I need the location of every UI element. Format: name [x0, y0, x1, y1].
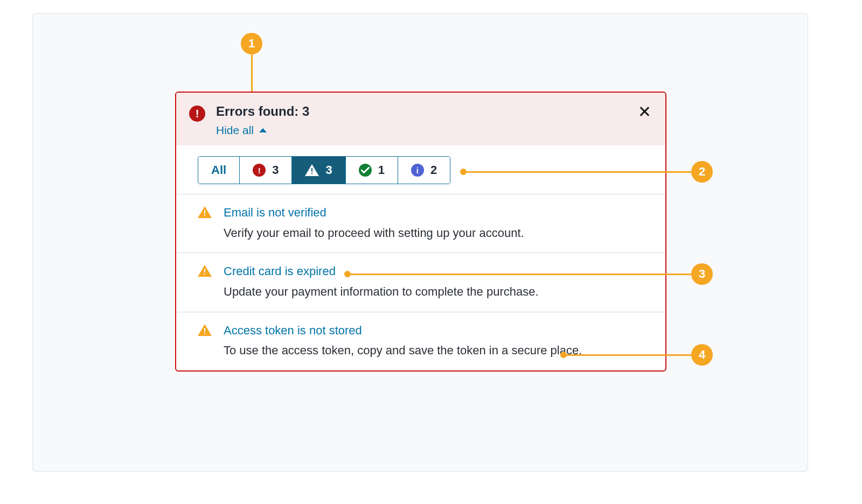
annotation-4-line — [565, 354, 691, 356]
filter-bar: All 3 3 1 — [176, 145, 665, 194]
annotation-4: 4 — [691, 344, 713, 366]
panel-header: Errors found: 3 Hide all — [176, 93, 665, 145]
message-description: Verify your email to proceed with settin… — [224, 225, 644, 241]
example-frame: 1 Errors found: 3 Hide all All — [32, 13, 808, 472]
list-item: Email is not verified Verify your email … — [176, 194, 665, 253]
annotation-bubble-3: 3 — [691, 263, 713, 285]
filter-warnings[interactable]: 3 — [291, 157, 345, 184]
annotation-2: 2 — [691, 161, 713, 183]
filter-info[interactable]: 2 — [398, 157, 450, 184]
message-title[interactable]: Email is not verified — [224, 205, 644, 221]
warning-icon — [198, 205, 212, 217]
message-title[interactable]: Credit card is expired — [224, 264, 644, 279]
close-button[interactable] — [638, 103, 652, 117]
warning-icon — [198, 323, 212, 335]
message-list: Email is not verified Verify your email … — [176, 194, 665, 370]
annotation-3-line — [349, 274, 691, 275]
message-title[interactable]: Access token is not stored — [224, 323, 644, 339]
message-description: To use the access token, copy and save t… — [224, 342, 644, 359]
toggle-hide-all[interactable]: Hide all — [216, 124, 267, 137]
annotation-1: 1 — [241, 33, 262, 54]
filter-all-label: All — [211, 163, 226, 177]
toggle-label: Hide all — [216, 124, 254, 137]
annotation-2-line — [465, 171, 691, 173]
warning-icon — [198, 264, 212, 276]
info-icon — [411, 164, 424, 177]
filter-segmented-control: All 3 3 1 — [198, 156, 450, 184]
annotation-bubble-2: 2 — [691, 161, 713, 183]
chevron-up-icon — [259, 128, 267, 132]
annotation-3: 3 — [691, 263, 713, 285]
notification-panel: Errors found: 3 Hide all All 3 — [175, 92, 666, 372]
filter-info-count: 2 — [430, 163, 437, 177]
annotation-bubble-4: 4 — [691, 344, 713, 366]
list-item: Access token is not stored To use the ac… — [176, 312, 665, 370]
filter-success[interactable]: 1 — [345, 157, 398, 184]
filter-all[interactable]: All — [198, 157, 239, 184]
panel-title: Errors found: 3 — [216, 103, 638, 120]
close-icon — [638, 106, 650, 117]
success-icon — [359, 164, 372, 177]
list-item: Credit card is expired Update your payme… — [176, 253, 665, 311]
annotation-bubble-1: 1 — [241, 33, 262, 54]
error-icon — [189, 106, 205, 122]
message-description: Update your payment information to compl… — [224, 284, 644, 300]
warning-icon — [305, 164, 319, 176]
filter-errors-count: 3 — [272, 163, 279, 177]
filter-success-count: 1 — [378, 163, 385, 177]
error-icon — [253, 164, 266, 177]
filter-errors[interactable]: 3 — [239, 157, 291, 184]
filter-warnings-count: 3 — [325, 163, 332, 177]
